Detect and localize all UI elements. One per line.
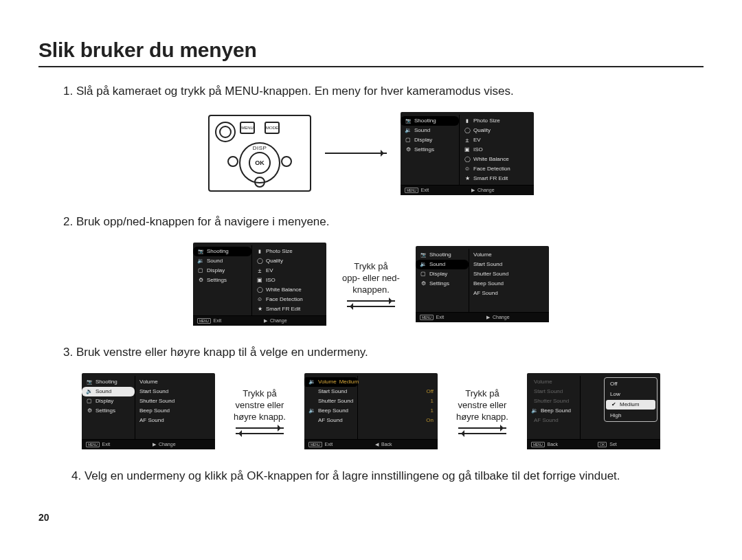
star-icon xyxy=(256,306,263,313)
camera-lens-ring xyxy=(215,122,236,142)
iso-icon xyxy=(256,277,263,284)
star-icon xyxy=(464,175,471,182)
camera-mode-button: MODE xyxy=(265,122,280,134)
menu-item: Display xyxy=(193,266,251,276)
menu-item: Beep Sound xyxy=(469,279,549,289)
iso-icon xyxy=(464,146,471,153)
lcd-left-column: ShootingSoundDisplaySettings xyxy=(401,115,460,185)
menu-item: AF Sound xyxy=(135,416,215,425)
lcd-popup-left: Volume Start Sound Shutter Sound Beep So… xyxy=(527,376,581,439)
menu-item: Photo Size xyxy=(252,247,326,256)
menu-item: Face Detection xyxy=(252,295,326,304)
menu-item: Photo Size xyxy=(460,116,534,126)
menu-item: Display xyxy=(401,135,459,145)
step-1-text: 1. Slå på kameraet og trykk på MENU-knap… xyxy=(63,84,704,100)
cam-icon xyxy=(86,379,93,385)
lcd-sound-left: Volume Medium Start Sound Shutter Sound … xyxy=(304,376,358,439)
menu-item: Smart FR Edit xyxy=(252,304,326,314)
camera-back-illustration: MENU MODE DISP OK xyxy=(208,115,311,192)
menu-item: White Balance xyxy=(460,155,534,164)
menu-item: Beep Sound xyxy=(135,406,215,416)
face-icon xyxy=(464,166,471,172)
menu-key-icon: MENU xyxy=(405,188,418,193)
menu-item: Shooting xyxy=(416,250,469,260)
gear-icon xyxy=(420,280,427,287)
flag-icon xyxy=(256,248,263,255)
gear-icon xyxy=(197,277,204,284)
lcd-sound-values: Volume Medium Start Sound Shutter Sound … xyxy=(304,373,438,449)
menu-item: Volume xyxy=(135,377,215,387)
step-3-illustration: ShootingSoundDisplaySettings VolumeStart… xyxy=(38,373,704,449)
flag-icon xyxy=(464,117,471,124)
spk-icon xyxy=(197,258,204,265)
circle-icon xyxy=(464,156,471,163)
submenu-header: Volume Medium xyxy=(304,377,357,387)
menu-item: Settings xyxy=(82,406,135,416)
cam-icon xyxy=(420,251,427,258)
lcd-sound-menu-d: ShootingSoundDisplaySettings VolumeStart… xyxy=(82,373,215,449)
menu-item: EV xyxy=(460,135,534,145)
spk-icon xyxy=(86,388,93,395)
ev-icon xyxy=(464,137,471,144)
speaker-icon xyxy=(308,379,315,385)
lcd-sound-menu: ShootingSoundDisplaySettings VolumeStart… xyxy=(416,246,549,322)
menu-item: Display xyxy=(416,269,469,279)
step-3-text: 3. Bruk venstre eller høyre knapp til å … xyxy=(63,345,704,361)
arrow-bidir-icon xyxy=(458,427,506,434)
gear-icon xyxy=(405,146,412,153)
menu-item: EV xyxy=(252,266,326,276)
menu-item: Settings xyxy=(416,279,469,289)
circle-icon xyxy=(256,287,263,293)
check-icon xyxy=(610,401,617,408)
menu-item: Start Sound xyxy=(135,387,215,396)
step-2-illustration: ShootingSoundDisplaySettings Photo SizeQ… xyxy=(38,243,704,326)
arrow-bidir-icon xyxy=(236,427,284,434)
menu-item: Shooting xyxy=(193,247,251,256)
menu-item: ISO xyxy=(460,145,534,155)
menu-item: Quality xyxy=(252,256,326,266)
camera-dpad-down xyxy=(254,177,265,188)
spk-icon xyxy=(420,261,427,268)
face-icon xyxy=(256,296,263,303)
manual-page: Slik bruker du menyen 1. Slå på kameraet… xyxy=(0,0,742,542)
back-icon xyxy=(375,442,379,447)
disp-icon xyxy=(197,267,204,274)
camera-dpad-right xyxy=(281,156,292,167)
title-rule xyxy=(38,66,704,67)
ok-key-icon: OK xyxy=(598,442,607,447)
lcd-volume-popup: Volume Start Sound Shutter Sound Beep So… xyxy=(527,373,660,449)
menu-item: Settings xyxy=(193,276,251,285)
lcd-sound-right: Off 1 1 On xyxy=(358,376,438,439)
disp-icon xyxy=(86,398,93,405)
arrow-right-icon xyxy=(325,153,387,154)
page-title: Slik bruker du menyen xyxy=(38,38,704,62)
menu-item: Start Sound xyxy=(469,260,549,269)
menu-item: AF Sound xyxy=(469,289,549,298)
disp-icon xyxy=(420,271,427,278)
menu-item: Shutter Sound xyxy=(135,396,215,406)
arrow-bidir-icon xyxy=(347,300,395,307)
volume-option-selected: Medium xyxy=(606,400,655,410)
caption-lr-1: Trykk på venstre eller høyre knapp. xyxy=(229,388,291,423)
menu-item: Sound xyxy=(193,256,251,266)
lcd-shooting-menu: ShootingSoundDisplaySettings Photo SizeQ… xyxy=(401,112,534,195)
step-1-illustration: MENU MODE DISP OK ShootingSoundDisplaySe… xyxy=(38,112,704,195)
menu-item: Volume xyxy=(469,250,549,260)
menu-item: Smart FR Edit xyxy=(460,174,534,183)
ev-icon xyxy=(256,267,263,274)
caption-lr-2: Trykk på venstre eller høyre knapp. xyxy=(451,388,513,423)
menu-item: Sound xyxy=(401,126,459,135)
lcd-footer: MENUExit Change xyxy=(401,185,534,195)
disp-icon xyxy=(405,137,412,144)
menu-item: White Balance xyxy=(252,285,326,295)
menu-item: Shooting xyxy=(82,377,135,387)
cam-icon xyxy=(405,117,412,124)
volume-option: High xyxy=(606,411,655,420)
menu-item: Display xyxy=(82,396,135,406)
gear-icon xyxy=(86,407,93,414)
menu-item: Settings xyxy=(401,145,459,155)
play-icon xyxy=(471,188,475,193)
caption-updown: Trykk på opp- eller ned- knappen. xyxy=(340,261,402,296)
menu-item: Face Detection xyxy=(460,164,534,174)
menu-item: ISO xyxy=(252,276,326,285)
